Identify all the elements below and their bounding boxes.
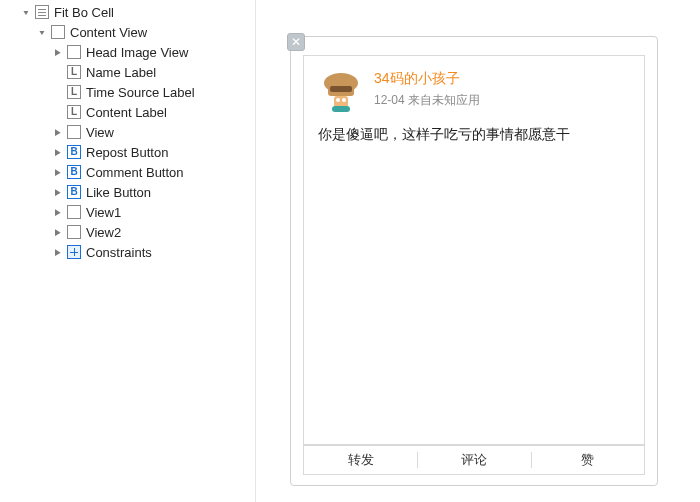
svg-point-4 [336,98,340,102]
svg-rect-2 [330,86,352,92]
tree-row-view1[interactable]: View1 [0,202,255,222]
view-icon [66,44,82,60]
disclosure-icon[interactable] [52,127,64,138]
tree-label: View [86,125,114,140]
post-content-area: 34码的小孩子 12-04 来自未知应用 你是傻逼吧，这样子吃亏的事情都愿意干 [303,55,645,445]
tree-label: View2 [86,225,121,240]
post-card: ✕ 34码的小孩子 12-04 来自未知应用 [290,36,658,486]
tree-row-fit-bo-cell[interactable]: Fit Bo Cell [0,2,255,22]
view-icon [66,224,82,240]
post-time-source: 12-04 来自未知应用 [374,92,480,109]
tree-label: Like Button [86,185,151,200]
tree-row-content-view[interactable]: Content View [0,22,255,42]
post-content-text: 你是傻逼吧，这样子吃亏的事情都愿意干 [304,122,644,144]
disclosure-icon[interactable] [52,47,64,58]
tree-label: View1 [86,205,121,220]
view-icon [66,204,82,220]
tree-row-head-image-view[interactable]: Head Image View [0,42,255,62]
tree-label: Comment Button [86,165,184,180]
disclosure-icon[interactable] [52,187,64,198]
post-user-name[interactable]: 34码的小孩子 [374,70,480,88]
like-button[interactable]: 赞 [531,446,644,474]
button-icon: B [66,184,82,200]
tree-row-repost-button[interactable]: B Repost Button [0,142,255,162]
view-icon [66,124,82,140]
tree-label: Content Label [86,105,167,120]
disclosure-icon[interactable] [36,27,48,38]
comment-button[interactable]: 评论 [417,446,530,474]
tree-row-view2[interactable]: View2 [0,222,255,242]
disclosure-icon[interactable] [52,147,64,158]
svg-rect-6 [332,106,350,112]
tree-label: Head Image View [86,45,188,60]
disclosure-icon[interactable] [20,7,32,18]
document-outline: Fit Bo Cell Content View Head Image View… [0,0,256,502]
tree-row-name-label[interactable]: L Name Label [0,62,255,82]
label-icon: L [66,84,82,100]
tree-label: Time Source Label [86,85,195,100]
tree-label: Repost Button [86,145,168,160]
tree-row-view[interactable]: View [0,122,255,142]
tree-label: Name Label [86,65,156,80]
post-header-text: 34码的小孩子 12-04 来自未知应用 [374,68,480,109]
button-icon: B [66,144,82,160]
post-header: 34码的小孩子 12-04 来自未知应用 [304,56,644,122]
disclosure-icon[interactable] [52,167,64,178]
button-icon: B [66,164,82,180]
disclosure-icon[interactable] [52,207,64,218]
constraints-icon [66,244,82,260]
label-icon: L [66,104,82,120]
label-icon: L [66,64,82,80]
canvas: ✕ 34码的小孩子 12-04 来自未知应用 [256,0,700,502]
svg-point-5 [342,98,346,102]
tree-row-content-label[interactable]: L Content Label [0,102,255,122]
tree-label: Fit Bo Cell [54,5,114,20]
post-action-bar: 转发 评论 赞 [303,445,645,475]
tree-row-like-button[interactable]: B Like Button [0,182,255,202]
tree-label: Constraints [86,245,152,260]
repost-button[interactable]: 转发 [304,446,417,474]
avatar [318,68,364,114]
view-icon [50,24,66,40]
tree-label: Content View [70,25,147,40]
tree-row-comment-button[interactable]: B Comment Button [0,162,255,182]
tree-row-constraints[interactable]: Constraints [0,242,255,262]
cell-icon [34,4,50,20]
disclosure-icon[interactable] [52,227,64,238]
disclosure-icon[interactable] [52,247,64,258]
close-icon[interactable]: ✕ [287,33,305,51]
tree-row-time-source-label[interactable]: L Time Source Label [0,82,255,102]
